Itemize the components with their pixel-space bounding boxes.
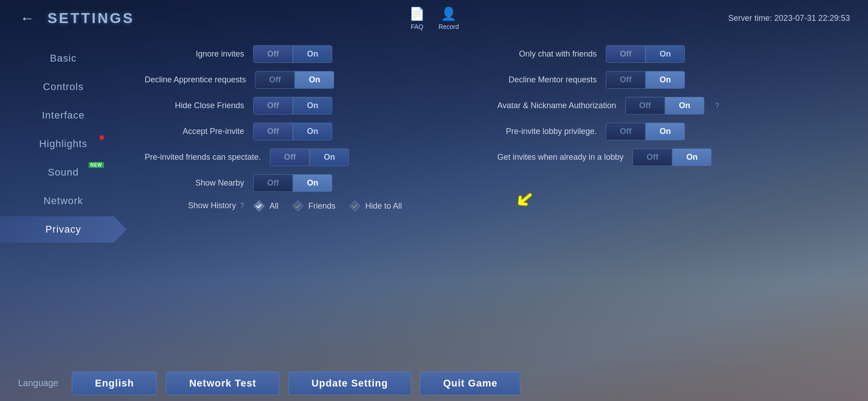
ignore-invites-off[interactable]: Off xyxy=(254,46,292,62)
record-icon: 👤 xyxy=(441,6,457,21)
settings-row-3: Hide Close Friends Off On Avatar & Nickn… xyxy=(145,97,850,115)
diamond-friends-icon xyxy=(292,200,304,212)
sidebar-label-interface: Interface xyxy=(42,110,85,121)
faq-button[interactable]: 📄 FAQ xyxy=(409,6,425,30)
avatar-nickname-help[interactable]: ? xyxy=(715,102,719,110)
sound-new-badge: NEW xyxy=(89,162,104,168)
sidebar-label-network: Network xyxy=(43,195,83,206)
show-history-label: Show History ? xyxy=(145,200,244,211)
footer: Language English Network Test Update Set… xyxy=(0,365,868,401)
settings-row-4: Accept Pre-invite Off On Pre-invite lobb… xyxy=(145,123,850,140)
decline-mentor-toggle: Off On xyxy=(606,71,685,89)
sidebar-label-sound: Sound xyxy=(48,167,79,178)
accept-preinvite-on[interactable]: On xyxy=(293,123,332,140)
decline-apprentice-label: Decline Apprentice requests xyxy=(145,75,246,85)
show-nearby-off[interactable]: Off xyxy=(254,175,292,191)
ignore-invites-on[interactable]: On xyxy=(293,46,332,62)
sidebar-label-privacy: Privacy xyxy=(45,224,81,235)
language-label: Language xyxy=(18,378,58,388)
accept-preinvite-toggle: Off On xyxy=(253,123,332,140)
sidebar-label-controls: Controls xyxy=(43,81,84,92)
history-all-label: All xyxy=(269,201,278,211)
setting-show-nearby: Show Nearby Off On xyxy=(145,174,850,192)
setting-avatar-nickname: Avatar & Nickname Authorization Off On ? xyxy=(497,97,850,115)
sidebar-item-highlights[interactable]: Highlights xyxy=(0,131,127,157)
english-button[interactable]: English xyxy=(72,372,157,395)
hide-close-friends-on[interactable]: On xyxy=(293,97,332,114)
preinvite-lobby-on[interactable]: On xyxy=(646,123,684,140)
settings-content: Ignore invites Off On Only chat with fri… xyxy=(127,36,868,365)
accept-preinvite-off[interactable]: Off xyxy=(254,123,292,140)
sidebar-item-basic[interactable]: Basic xyxy=(0,45,127,72)
faq-label: FAQ xyxy=(410,23,423,30)
get-invites-lobby-off[interactable]: Off xyxy=(633,149,672,166)
sidebar: Basic Controls Interface Highlights NEW … xyxy=(0,36,127,365)
history-option-all[interactable]: All xyxy=(253,200,278,212)
only-chat-friends-toggle: Off On xyxy=(606,45,685,63)
decline-apprentice-on[interactable]: On xyxy=(295,72,334,88)
get-invites-lobby-toggle: Off On xyxy=(632,148,712,166)
history-hide-all-label: Hide to All xyxy=(365,201,402,211)
settings-row-5: Pre-invited friends can spectate. Off On… xyxy=(145,148,850,166)
ignore-invites-toggle: Off On xyxy=(253,45,332,63)
hide-close-friends-off[interactable]: Off xyxy=(254,97,292,114)
preinvite-spectate-off[interactable]: Off xyxy=(270,149,309,166)
decline-mentor-off[interactable]: Off xyxy=(606,72,645,88)
avatar-nickname-toggle: Off On xyxy=(625,97,704,115)
header-center-icons: 📄 FAQ 👤 Record xyxy=(409,6,459,30)
show-history-help[interactable]: ? xyxy=(240,202,244,210)
header: ← SETTINGS 📄 FAQ 👤 Record Server time: 2… xyxy=(0,0,868,36)
setting-ignore-invites: Ignore invites Off On xyxy=(145,45,497,63)
only-chat-friends-on[interactable]: On xyxy=(646,46,684,62)
sidebar-item-interface[interactable]: Interface xyxy=(0,102,127,129)
settings-page: ← SETTINGS 📄 FAQ 👤 Record Server time: 2… xyxy=(0,0,868,401)
avatar-nickname-label: Avatar & Nickname Authorization xyxy=(497,100,616,111)
show-nearby-label: Show Nearby xyxy=(145,178,244,188)
record-button[interactable]: 👤 Record xyxy=(439,6,459,30)
avatar-nickname-on[interactable]: On xyxy=(665,97,704,114)
page-title: SETTINGS xyxy=(47,10,134,27)
record-label: Record xyxy=(439,23,459,30)
decline-mentor-label: Decline Mentor requests xyxy=(497,75,597,85)
setting-only-chat-friends: Only chat with friends Off On xyxy=(497,45,850,63)
settings-row-1: Ignore invites Off On Only chat with fri… xyxy=(145,45,850,63)
preinvite-lobby-label: Pre-invite lobby privilege. xyxy=(497,126,597,137)
preinvite-lobby-toggle: Off On xyxy=(606,123,685,140)
server-time: Server time: 2023-07-31 22:29:53 xyxy=(728,14,850,23)
get-invites-lobby-on[interactable]: On xyxy=(673,149,711,166)
quit-game-button[interactable]: Quit Game xyxy=(420,372,520,395)
get-invites-lobby-label: Get invites when already in a lobby xyxy=(497,152,623,162)
settings-row-show-history: Show History ? All xyxy=(145,200,850,212)
sidebar-item-network[interactable]: Network xyxy=(0,188,127,214)
only-chat-friends-off[interactable]: Off xyxy=(606,46,645,62)
update-setting-button[interactable]: Update Setting xyxy=(288,372,411,395)
show-nearby-on[interactable]: On xyxy=(293,175,332,191)
main-content: Basic Controls Interface Highlights NEW … xyxy=(0,36,868,365)
decline-mentor-on[interactable]: On xyxy=(646,72,684,88)
history-option-hide-all[interactable]: Hide to All xyxy=(349,200,402,212)
settings-row-2: Decline Apprentice requests Off On Decli… xyxy=(145,71,850,89)
avatar-nickname-off[interactable]: Off xyxy=(626,97,665,114)
decline-apprentice-off[interactable]: Off xyxy=(255,72,294,88)
preinvite-spectate-toggle: Off On xyxy=(270,148,349,166)
back-icon: ← xyxy=(20,10,34,27)
history-option-friends[interactable]: Friends xyxy=(292,200,335,212)
hide-close-friends-toggle: Off On xyxy=(253,97,332,115)
sidebar-item-privacy[interactable]: Privacy xyxy=(0,216,127,243)
setting-decline-mentor: Decline Mentor requests Off On xyxy=(497,71,850,89)
setting-show-history: Show History ? All xyxy=(145,200,850,212)
preinvite-spectate-label: Pre-invited friends can spectate. xyxy=(145,152,261,162)
back-button[interactable]: ← xyxy=(14,7,41,29)
preinvite-lobby-off[interactable]: Off xyxy=(606,123,645,140)
setting-preinvite-lobby: Pre-invite lobby privilege. Off On xyxy=(497,123,850,140)
sidebar-item-controls[interactable]: Controls xyxy=(0,74,127,100)
settings-row-6: Show Nearby Off On xyxy=(145,174,850,192)
setting-accept-preinvite: Accept Pre-invite Off On xyxy=(145,123,497,140)
setting-preinvite-spectate: Pre-invited friends can spectate. Off On xyxy=(145,148,497,166)
setting-decline-apprentice: Decline Apprentice requests Off On xyxy=(145,71,497,89)
sidebar-item-sound[interactable]: NEW Sound xyxy=(0,159,127,186)
sidebar-label-basic: Basic xyxy=(50,53,77,64)
preinvite-spectate-on[interactable]: On xyxy=(310,149,349,166)
sidebar-label-highlights: Highlights xyxy=(39,138,88,149)
network-test-button[interactable]: Network Test xyxy=(166,372,279,395)
